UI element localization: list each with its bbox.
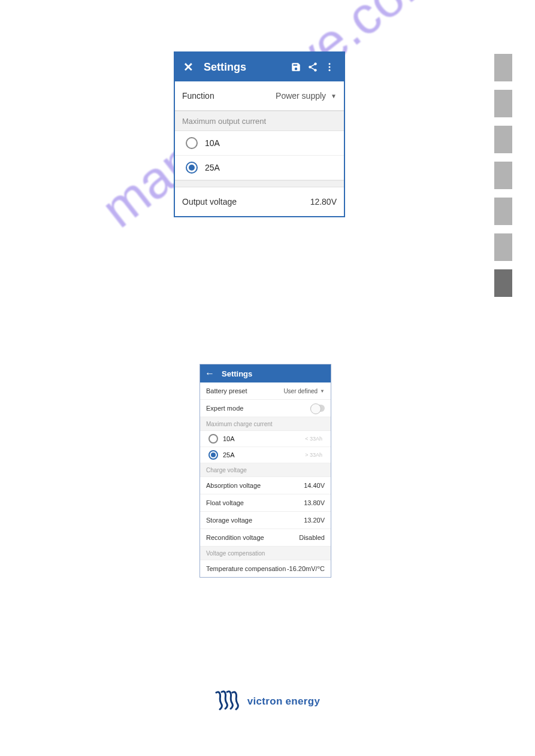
close-icon[interactable]: ✕ xyxy=(181,60,195,74)
temperature-compensation-row[interactable]: Temperature compensation -16.20mV/°C xyxy=(200,560,331,577)
battery-preset-value: User defined xyxy=(283,388,318,394)
expert-mode-row[interactable]: Expert mode xyxy=(200,400,331,417)
section-spacer xyxy=(175,180,344,187)
row-value: -16.20mV/°C xyxy=(287,565,325,572)
recondition-voltage-row[interactable]: Recondition voltage Disabled xyxy=(200,529,331,546)
voltage-compensation-header: Voltage compensation xyxy=(200,546,331,560)
chevron-down-icon: ▼ xyxy=(331,93,337,99)
row-value: 13.20V xyxy=(304,517,325,524)
row-label: Absorption voltage xyxy=(206,482,261,489)
option-label: 10A xyxy=(223,435,235,442)
share-icon[interactable] xyxy=(304,62,321,72)
charge-current-option-25a[interactable]: 25A > 33Ah xyxy=(200,447,331,463)
function-row[interactable]: Function Power supply ▼ xyxy=(175,81,344,111)
output-voltage-value: 12.80V xyxy=(310,197,337,207)
radio-icon xyxy=(186,137,198,149)
function-value: Power supply xyxy=(276,91,326,101)
victron-zigzag-icon xyxy=(215,690,241,713)
page-index-tabs xyxy=(494,54,512,297)
battery-preset-dropdown[interactable]: User defined ▼ xyxy=(283,388,325,394)
row-value: 13.80V xyxy=(304,499,325,506)
app-bar: ← Settings xyxy=(200,365,331,382)
function-label: Function xyxy=(182,91,214,101)
option-label: 25A xyxy=(205,163,220,172)
row-label: Float voltage xyxy=(206,499,244,506)
index-tab xyxy=(494,162,512,189)
row-label: Recondition voltage xyxy=(206,534,264,541)
charge-voltage-header: Charge voltage xyxy=(200,463,331,477)
row-label: Temperature compensation xyxy=(206,565,286,572)
radio-icon xyxy=(208,450,218,460)
row-label: Storage voltage xyxy=(206,517,252,524)
output-current-option-25a[interactable]: 25A xyxy=(175,156,344,180)
charge-current-option-10a[interactable]: 10A < 33Ah xyxy=(200,431,331,447)
index-tab xyxy=(494,90,512,117)
option-hint: > 33Ah xyxy=(305,452,322,458)
brand-name: victron energy xyxy=(247,696,320,708)
float-voltage-row[interactable]: Float voltage 13.80V xyxy=(200,494,331,512)
radio-icon xyxy=(186,162,198,174)
option-label: 25A xyxy=(223,451,235,459)
brand-logo: victron energy xyxy=(215,690,320,713)
row-value: Disabled xyxy=(299,534,325,541)
index-tab xyxy=(494,126,512,153)
radio-icon xyxy=(208,434,218,444)
expert-mode-toggle[interactable] xyxy=(310,405,325,412)
index-tab xyxy=(494,233,512,261)
output-voltage-row[interactable]: Output voltage 12.80V xyxy=(175,187,344,216)
footer-logo-area: victron energy xyxy=(0,690,535,713)
function-dropdown[interactable]: Power supply ▼ xyxy=(276,91,337,101)
battery-preset-label: Battery preset xyxy=(206,387,247,394)
screenshot-battery-settings: ← Settings Battery preset User defined ▼… xyxy=(200,364,331,578)
max-output-current-header: Maximum output current xyxy=(175,111,344,131)
index-tab xyxy=(494,198,512,225)
option-label: 10A xyxy=(205,138,220,148)
svg-point-1 xyxy=(329,66,331,68)
save-icon[interactable] xyxy=(288,62,304,72)
app-bar-title: Settings xyxy=(216,369,252,378)
back-icon[interactable]: ← xyxy=(205,368,216,379)
index-tab-current xyxy=(494,269,512,297)
expert-mode-label: Expert mode xyxy=(206,405,243,412)
screenshot-power-supply-settings: ✕ Settings Function Power supply ▼ Maxim… xyxy=(174,51,345,217)
row-value: 14.40V xyxy=(304,482,325,489)
svg-point-2 xyxy=(329,69,331,71)
more-icon[interactable] xyxy=(321,62,338,72)
battery-preset-row[interactable]: Battery preset User defined ▼ xyxy=(200,382,331,400)
chevron-down-icon: ▼ xyxy=(320,388,325,394)
app-bar: ✕ Settings xyxy=(175,53,344,81)
max-charge-current-header: Maximum charge current xyxy=(200,417,331,431)
option-hint: < 33Ah xyxy=(305,436,322,442)
absorption-voltage-row[interactable]: Absorption voltage 14.40V xyxy=(200,477,331,494)
index-tab xyxy=(494,54,512,81)
app-bar-title: Settings xyxy=(195,61,288,74)
storage-voltage-row[interactable]: Storage voltage 13.20V xyxy=(200,512,331,529)
output-current-option-10a[interactable]: 10A xyxy=(175,131,344,156)
output-voltage-label: Output voltage xyxy=(182,197,237,207)
svg-point-0 xyxy=(329,63,331,65)
